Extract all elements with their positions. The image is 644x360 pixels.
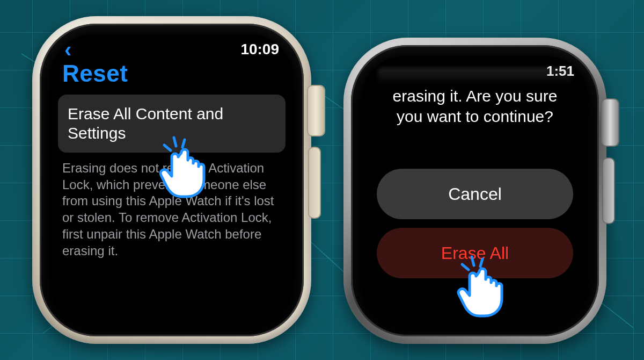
cancel-button[interactable]: Cancel xyxy=(377,169,573,219)
status-bar: ‹ 10:09 xyxy=(50,39,293,60)
erase-all-button[interactable]: Erase All xyxy=(377,228,573,278)
page-title: Reset xyxy=(62,60,128,87)
digital-crown[interactable] xyxy=(308,86,324,135)
erase-description: Erasing does not remove Activation Lock,… xyxy=(62,160,280,259)
cancel-label: Cancel xyxy=(448,184,502,204)
tutorial-stage: ‹ 10:09 Reset Erase All Content and Sett… xyxy=(0,0,644,360)
watch-screen-reset: ‹ 10:09 Reset Erase All Content and Sett… xyxy=(50,34,293,326)
erase-all-row[interactable]: Erase All Content and Settings xyxy=(58,95,286,153)
apple-watch-left: ‹ 10:09 Reset Erase All Content and Sett… xyxy=(32,16,311,344)
confirm-message: erasing it. Are you sure you want to con… xyxy=(378,86,572,126)
apple-watch-right: 1:51 erasing it. Are you sure you want t… xyxy=(343,38,606,344)
digital-crown[interactable] xyxy=(602,99,618,146)
blurred-title xyxy=(378,68,572,84)
watch-screen-confirm: 1:51 erasing it. Are you sure you want t… xyxy=(362,56,588,326)
erase-all-label: Erase All xyxy=(441,243,509,263)
side-button[interactable] xyxy=(603,159,614,223)
erase-all-label: Erase All Content and Settings xyxy=(68,104,276,143)
status-time: 10:09 xyxy=(240,41,279,58)
side-button[interactable] xyxy=(309,148,320,218)
